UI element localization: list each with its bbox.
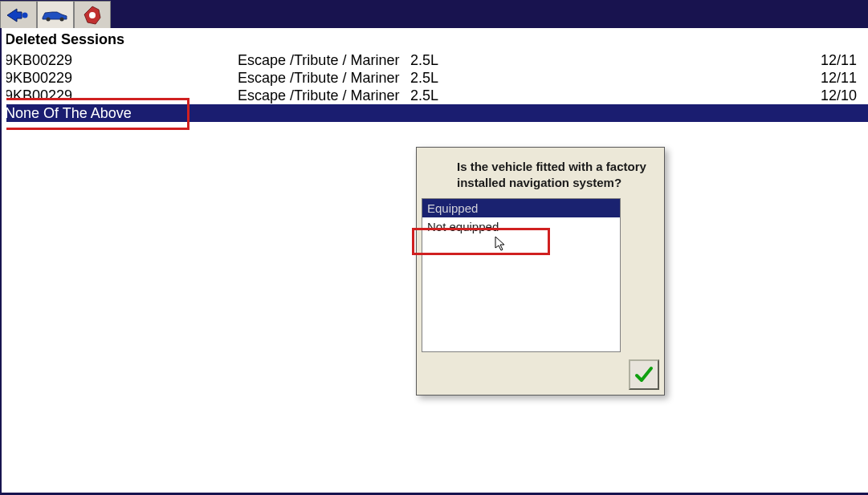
- deleted-sessions-header: Deleted Sessions: [0, 28, 868, 51]
- session-vehicle: Escape /Tribute / Mariner: [238, 69, 410, 87]
- vehicle-icon: [41, 8, 70, 22]
- session-date: 12/11: [821, 69, 863, 87]
- svg-point-3: [89, 12, 96, 18]
- tab-tools[interactable]: [74, 1, 111, 28]
- confirm-button[interactable]: [629, 359, 659, 390]
- navigation-dialog: Is the vehicle fitted with a factory ins…: [416, 147, 665, 396]
- svg-point-0: [22, 12, 28, 18]
- none-of-the-above-row[interactable]: None Of The Above: [0, 104, 868, 122]
- tab-vehicle[interactable]: [37, 1, 74, 28]
- session-date: 12/10: [821, 87, 863, 104]
- session-engine: 2.5L: [410, 51, 821, 69]
- option-not-equipped[interactable]: Not equipped: [422, 217, 620, 236]
- dialog-question: Is the vehicle fitted with a factory ins…: [417, 148, 664, 198]
- session-vehicle: Escape /Tribute / Mariner: [238, 51, 410, 69]
- dialog-option-list: Equipped Not equipped: [422, 198, 621, 352]
- left-border: [0, 28, 6, 493]
- session-vehicle: Escape /Tribute / Mariner: [238, 87, 410, 104]
- session-row[interactable]: 9KB00229 Escape /Tribute / Mariner 2.5L …: [0, 87, 868, 104]
- session-engine: 2.5L: [410, 69, 821, 87]
- title-bar: [0, 0, 868, 28]
- svg-point-1: [47, 17, 51, 21]
- session-row[interactable]: 9KB00229 Escape /Tribute / Mariner 2.5L …: [0, 51, 868, 69]
- session-id: 9KB00229: [5, 51, 238, 69]
- checkmark-icon: [634, 364, 654, 385]
- session-id: 9KB00229: [5, 69, 238, 87]
- svg-point-2: [60, 17, 64, 21]
- session-row[interactable]: 9KB00229 Escape /Tribute / Mariner 2.5L …: [0, 69, 868, 87]
- main-content: Deleted Sessions 9KB00229 Escape /Tribut…: [0, 28, 868, 122]
- session-date: 12/11: [821, 51, 863, 69]
- session-engine: 2.5L: [410, 87, 821, 104]
- tab-back[interactable]: [0, 1, 37, 28]
- toolbar: [0, 1, 111, 28]
- session-id: 9KB00229: [5, 87, 238, 104]
- back-arrow-icon: [6, 6, 31, 24]
- option-equipped[interactable]: Equipped: [422, 199, 620, 217]
- tools-icon: [81, 5, 104, 26]
